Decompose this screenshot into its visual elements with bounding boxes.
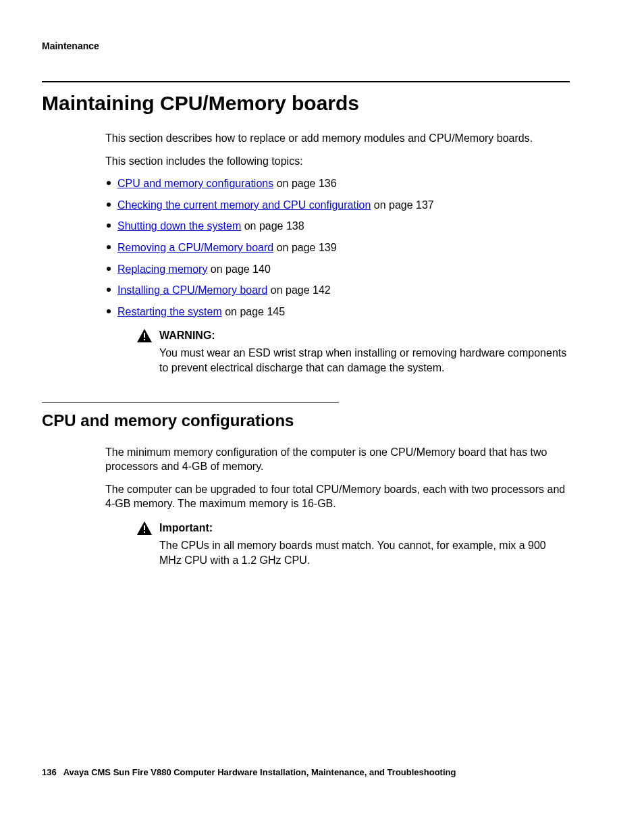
page-title: Maintaining CPU/Memory boards	[42, 92, 570, 115]
toc-link[interactable]: Shutting down the system	[117, 220, 241, 232]
toc-link[interactable]: Replacing memory	[117, 263, 207, 275]
toc-link[interactable]: Installing a CPU/Memory board	[117, 284, 267, 296]
toc-page-ref: on page 140	[207, 263, 270, 275]
toc-link[interactable]: CPU and memory configurations	[117, 178, 273, 189]
toc-page-ref: on page 137	[371, 199, 433, 211]
list-item: CPU and memory configurations on page 13…	[105, 176, 570, 191]
intro-paragraph-2: This section includes the following topi…	[105, 154, 570, 169]
subsection-rule	[42, 402, 339, 403]
list-item: Checking the current memory and CPU conf…	[105, 198, 570, 213]
list-item: Installing a CPU/Memory board on page 14…	[105, 283, 570, 298]
running-header: Maintenance	[42, 41, 570, 51]
important-callout: Important: The CPUs in all memory boards…	[136, 521, 570, 567]
toc-page-ref: on page 139	[273, 242, 336, 253]
section-rule	[42, 81, 570, 82]
toc-link[interactable]: Checking the current memory and CPU conf…	[117, 199, 371, 211]
list-item: Removing a CPU/Memory board on page 139	[105, 240, 570, 255]
toc-page-ref: on page 142	[267, 284, 330, 296]
page-footer: 136Avaya CMS Sun Fire V880 Computer Hard…	[42, 767, 456, 777]
list-item: Replacing memory on page 140	[105, 262, 570, 277]
intro-paragraph-1: This section describes how to replace or…	[105, 131, 570, 146]
important-label: Important:	[159, 522, 213, 534]
important-icon	[136, 521, 153, 536]
topic-list: CPU and memory configurations on page 13…	[105, 176, 570, 319]
warning-body: You must wear an ESD wrist strap when in…	[159, 346, 570, 375]
warning-callout: WARNING: You must wear an ESD wrist stra…	[136, 328, 570, 375]
important-body: The CPUs in all memory boards must match…	[159, 538, 570, 567]
section-paragraph-2: The computer can be upgraded to four tot…	[105, 482, 570, 511]
page-number: 136	[42, 767, 57, 777]
toc-page-ref: on page 136	[273, 178, 336, 189]
toc-page-ref: on page 145	[222, 306, 285, 317]
toc-link[interactable]: Removing a CPU/Memory board	[117, 242, 273, 253]
warning-label: WARNING:	[159, 330, 215, 342]
toc-link[interactable]: Restarting the system	[117, 306, 222, 317]
svg-rect-5	[144, 531, 145, 533]
list-item: Restarting the system on page 145	[105, 305, 570, 319]
warning-icon	[136, 328, 153, 343]
svg-rect-1	[144, 333, 145, 338]
footer-title: Avaya CMS Sun Fire V880 Computer Hardwar…	[63, 767, 456, 777]
svg-rect-4	[144, 525, 145, 530]
section-paragraph-1: The minimum memory configuration of the …	[105, 445, 570, 474]
list-item: Shutting down the system on page 138	[105, 219, 570, 234]
toc-page-ref: on page 138	[241, 220, 304, 232]
svg-rect-2	[144, 339, 145, 340]
section-heading: CPU and memory configurations	[42, 411, 570, 430]
